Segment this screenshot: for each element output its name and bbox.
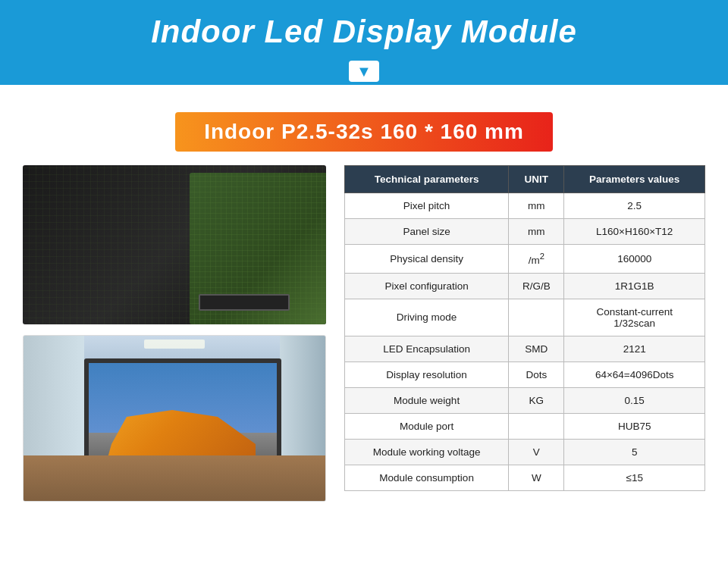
cell-value: HUB75 xyxy=(564,413,705,439)
cell-value: 160000 xyxy=(564,245,705,274)
cell-value: 2.5 xyxy=(564,193,705,219)
room-scene-image xyxy=(23,335,326,502)
table-row: Module consumptionW≤15 xyxy=(345,465,705,490)
cell-unit: mm xyxy=(509,219,564,245)
cell-param: Module port xyxy=(345,413,509,439)
cell-unit xyxy=(509,413,564,439)
table-row: Module portHUB75 xyxy=(345,413,705,439)
header-chevron-row xyxy=(0,58,728,85)
cell-unit: SMD xyxy=(509,336,564,361)
main-content: Technical parameters UNIT Parameters val… xyxy=(0,165,728,524)
specs-table: Technical parameters UNIT Parameters val… xyxy=(344,165,705,491)
cell-param: LED Encapsulation xyxy=(345,336,509,361)
col-header-param: Technical parameters xyxy=(345,166,509,193)
product-label-wrapper: Indoor P2.5-32s 160 * 160 mm xyxy=(0,112,728,152)
product-label: Indoor P2.5-32s 160 * 160 mm xyxy=(175,112,553,152)
cell-value: 1R1G1B xyxy=(564,273,705,299)
cell-unit: KG xyxy=(509,387,564,413)
room-floor xyxy=(24,455,325,501)
cell-unit: Dots xyxy=(509,361,564,387)
cell-unit: W xyxy=(509,465,564,490)
cell-param: Physical density xyxy=(345,245,509,274)
board-image xyxy=(23,165,326,324)
cell-unit: /m2 xyxy=(509,245,564,274)
page-title: Indoor Led Display Module xyxy=(0,14,728,58)
table-row: Pixel configurationR/G/B1R1G1B xyxy=(345,273,705,299)
cell-param: Module weight xyxy=(345,387,509,413)
table-row: Module working voltageV5 xyxy=(345,439,705,465)
cell-unit: mm xyxy=(509,193,564,219)
header-bottom xyxy=(0,85,728,95)
pcb-board xyxy=(190,173,326,324)
table-row: Display resolutionDots64×64=4096Dots xyxy=(345,361,705,387)
col-header-value: Parameters values xyxy=(564,166,705,193)
table-row: LED EncapsulationSMD2121 xyxy=(345,336,705,361)
table-header-row: Technical parameters UNIT Parameters val… xyxy=(345,166,705,193)
page-header: Indoor Led Display Module xyxy=(0,0,728,95)
cell-value: ≤15 xyxy=(564,465,705,490)
cell-param: Module working voltage xyxy=(345,439,509,465)
cell-unit: V xyxy=(509,439,564,465)
cell-param: Display resolution xyxy=(345,361,509,387)
table-row: Physical density/m2160000 xyxy=(345,245,705,274)
cell-value: L160×H160×T12 xyxy=(564,219,705,245)
cell-unit xyxy=(509,299,564,336)
col-header-unit: UNIT xyxy=(509,166,564,193)
cell-unit: R/G/B xyxy=(509,273,564,299)
table-row: Module weightKG0.15 xyxy=(345,387,705,413)
cell-value: 2121 xyxy=(564,336,705,361)
cell-value: 0.15 xyxy=(564,387,705,413)
ceiling-light xyxy=(144,340,205,349)
table-row: Panel sizemmL160×H160×T12 xyxy=(345,219,705,245)
cell-param: Panel size xyxy=(345,219,509,245)
arrow-icon xyxy=(349,61,379,82)
pcb-connector xyxy=(199,294,290,311)
cell-param: Pixel configuration xyxy=(345,273,509,299)
cell-value: 64×64=4096Dots xyxy=(564,361,705,387)
cell-param: Pixel pitch xyxy=(345,193,509,219)
table-row: Pixel pitchmm2.5 xyxy=(345,193,705,219)
table-row: Driving modeConstant-current1/32scan xyxy=(345,299,705,336)
cell-value: 5 xyxy=(564,439,705,465)
led-panel-front xyxy=(23,165,326,324)
specs-table-container: Technical parameters UNIT Parameters val… xyxy=(344,165,705,491)
cell-param: Module consumption xyxy=(345,465,509,490)
images-column xyxy=(23,165,326,502)
cell-param: Driving mode xyxy=(345,299,509,336)
cell-value: Constant-current1/32scan xyxy=(564,299,705,336)
